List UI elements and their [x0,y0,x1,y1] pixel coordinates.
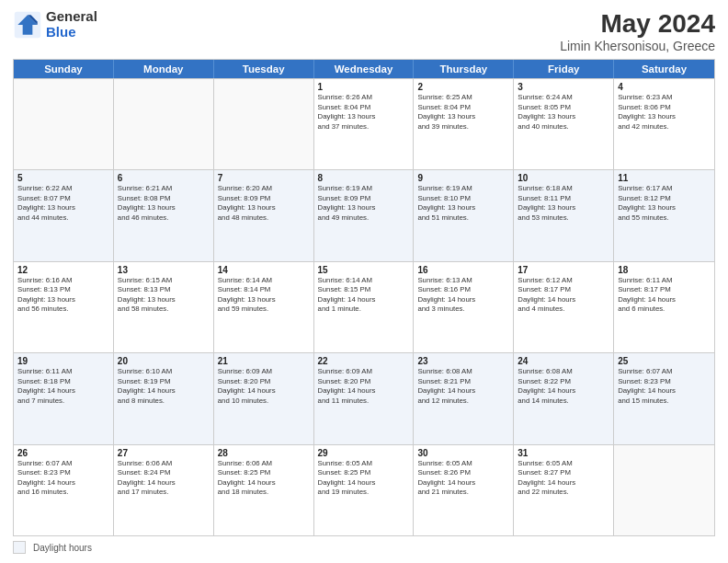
cal-header-tuesday: Tuesday [214,60,314,78]
cal-cell [614,445,714,535]
day-info: Sunrise: 6:07 AMSunset: 8:23 PMDaylight:… [17,459,109,498]
day-number: 30 [417,448,509,458]
day-info: Sunrise: 6:15 AMSunset: 8:13 PMDaylight:… [118,276,210,315]
day-info: Sunrise: 6:11 AMSunset: 8:18 PMDaylight:… [17,367,109,406]
day-info: Sunrise: 6:20 AMSunset: 8:09 PMDaylight:… [218,184,310,223]
cal-cell: 31Sunrise: 6:05 AMSunset: 8:27 PMDayligh… [514,445,614,535]
cal-cell: 24Sunrise: 6:08 AMSunset: 8:22 PMDayligh… [514,353,614,443]
logo-text: General Blue [46,9,97,40]
calendar-body: 1Sunrise: 6:26 AMSunset: 8:04 PMDaylight… [14,78,714,535]
main-title: May 2024 [560,9,715,39]
day-info: Sunrise: 6:12 AMSunset: 8:17 PMDaylight:… [518,276,609,315]
day-number: 16 [417,265,509,275]
day-info: Sunrise: 6:14 AMSunset: 8:15 PMDaylight:… [318,276,410,315]
cal-cell: 14Sunrise: 6:14 AMSunset: 8:14 PMDayligh… [214,262,314,352]
cal-header-saturday: Saturday [614,60,714,78]
day-number: 15 [318,265,410,275]
cal-cell: 10Sunrise: 6:18 AMSunset: 8:11 PMDayligh… [514,170,614,260]
day-number: 3 [518,82,609,92]
day-info: Sunrise: 6:13 AMSunset: 8:16 PMDaylight:… [417,276,509,315]
day-number: 17 [518,265,609,275]
day-info: Sunrise: 6:09 AMSunset: 8:20 PMDaylight:… [218,367,310,406]
logo-general: General [46,9,97,25]
day-number: 18 [618,265,711,275]
day-number: 23 [417,356,509,366]
cal-cell: 8Sunrise: 6:19 AMSunset: 8:09 PMDaylight… [314,170,415,260]
day-info: Sunrise: 6:08 AMSunset: 8:22 PMDaylight:… [518,367,609,406]
day-number: 12 [17,265,109,275]
day-number: 5 [17,173,109,183]
cal-week-3: 19Sunrise: 6:11 AMSunset: 8:18 PMDayligh… [14,352,714,443]
day-info: Sunrise: 6:05 AMSunset: 8:27 PMDaylight:… [518,459,609,498]
day-info: Sunrise: 6:06 AMSunset: 8:25 PMDaylight:… [218,459,310,498]
day-info: Sunrise: 6:23 AMSunset: 8:06 PMDaylight:… [618,93,711,132]
cal-cell: 7Sunrise: 6:20 AMSunset: 8:09 PMDaylight… [214,170,314,260]
cal-week-2: 12Sunrise: 6:16 AMSunset: 8:13 PMDayligh… [14,261,714,352]
cal-header-friday: Friday [514,60,614,78]
day-info: Sunrise: 6:05 AMSunset: 8:25 PMDaylight:… [318,459,410,498]
cal-week-4: 26Sunrise: 6:07 AMSunset: 8:23 PMDayligh… [14,444,714,535]
day-info: Sunrise: 6:18 AMSunset: 8:11 PMDaylight:… [518,184,609,223]
day-info: Sunrise: 6:26 AMSunset: 8:04 PMDaylight:… [318,93,410,132]
cal-cell: 2Sunrise: 6:25 AMSunset: 8:04 PMDaylight… [414,79,514,169]
cal-cell: 5Sunrise: 6:22 AMSunset: 8:07 PMDaylight… [14,170,114,260]
calendar: SundayMondayTuesdayWednesdayThursdayFrid… [13,59,715,536]
day-number: 7 [218,173,310,183]
day-number: 10 [518,173,609,183]
footer-legend-box [13,541,26,554]
cal-cell: 19Sunrise: 6:11 AMSunset: 8:18 PMDayligh… [14,353,114,443]
day-number: 20 [118,356,210,366]
day-info: Sunrise: 6:17 AMSunset: 8:12 PMDaylight:… [618,184,711,223]
cal-cell: 29Sunrise: 6:05 AMSunset: 8:25 PMDayligh… [314,445,415,535]
cal-cell [114,79,214,169]
day-info: Sunrise: 6:16 AMSunset: 8:13 PMDaylight:… [17,276,109,315]
day-number: 9 [417,173,509,183]
day-info: Sunrise: 6:10 AMSunset: 8:19 PMDaylight:… [118,367,210,406]
day-number: 19 [17,356,109,366]
day-number: 25 [618,356,711,366]
day-number: 8 [318,173,410,183]
header: General Blue May 2024 Limin Khersonisou,… [13,9,715,53]
day-number: 21 [218,356,310,366]
day-number: 29 [318,448,410,458]
cal-header-monday: Monday [114,60,214,78]
cal-cell: 27Sunrise: 6:06 AMSunset: 8:24 PMDayligh… [114,445,214,535]
cal-cell: 11Sunrise: 6:17 AMSunset: 8:12 PMDayligh… [614,170,714,260]
day-info: Sunrise: 6:21 AMSunset: 8:08 PMDaylight:… [118,184,210,223]
logo-blue: Blue [46,25,97,40]
cal-cell: 6Sunrise: 6:21 AMSunset: 8:08 PMDaylight… [114,170,214,260]
day-number: 13 [118,265,210,275]
day-info: Sunrise: 6:05 AMSunset: 8:26 PMDaylight:… [417,459,509,498]
page: General Blue May 2024 Limin Khersonisou,… [0,0,728,563]
cal-cell: 21Sunrise: 6:09 AMSunset: 8:20 PMDayligh… [214,353,314,443]
cal-cell: 28Sunrise: 6:06 AMSunset: 8:25 PMDayligh… [214,445,314,535]
day-info: Sunrise: 6:22 AMSunset: 8:07 PMDaylight:… [17,184,109,223]
title-block: May 2024 Limin Khersonisou, Greece [560,9,715,53]
cal-cell: 25Sunrise: 6:07 AMSunset: 8:23 PMDayligh… [614,353,714,443]
day-number: 14 [218,265,310,275]
logo: General Blue [13,9,97,40]
day-info: Sunrise: 6:14 AMSunset: 8:14 PMDaylight:… [218,276,310,315]
day-number: 31 [518,448,609,458]
footer-legend-label: Daylight hours [33,543,92,553]
cal-cell: 15Sunrise: 6:14 AMSunset: 8:15 PMDayligh… [314,262,415,352]
footer: Daylight hours [13,541,715,554]
day-info: Sunrise: 6:07 AMSunset: 8:23 PMDaylight:… [618,367,711,406]
cal-cell: 3Sunrise: 6:24 AMSunset: 8:05 PMDaylight… [514,79,614,169]
cal-cell: 20Sunrise: 6:10 AMSunset: 8:19 PMDayligh… [114,353,214,443]
calendar-header-row: SundayMondayTuesdayWednesdayThursdayFrid… [14,60,714,78]
cal-cell: 4Sunrise: 6:23 AMSunset: 8:06 PMDaylight… [614,79,714,169]
cal-week-1: 5Sunrise: 6:22 AMSunset: 8:07 PMDaylight… [14,169,714,260]
cal-cell: 22Sunrise: 6:09 AMSunset: 8:20 PMDayligh… [314,353,415,443]
cal-cell: 1Sunrise: 6:26 AMSunset: 8:04 PMDaylight… [314,79,415,169]
day-number: 24 [518,356,609,366]
day-info: Sunrise: 6:24 AMSunset: 8:05 PMDaylight:… [518,93,609,132]
day-info: Sunrise: 6:25 AMSunset: 8:04 PMDaylight:… [417,93,509,132]
day-info: Sunrise: 6:08 AMSunset: 8:21 PMDaylight:… [417,367,509,406]
cal-cell: 16Sunrise: 6:13 AMSunset: 8:16 PMDayligh… [414,262,514,352]
day-info: Sunrise: 6:11 AMSunset: 8:17 PMDaylight:… [618,276,711,315]
day-number: 22 [318,356,410,366]
cal-header-sunday: Sunday [14,60,114,78]
day-info: Sunrise: 6:06 AMSunset: 8:24 PMDaylight:… [118,459,210,498]
day-number: 4 [618,82,711,92]
